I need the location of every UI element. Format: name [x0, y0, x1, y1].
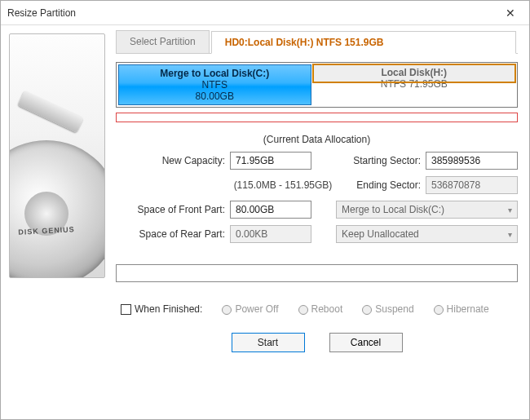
chevron-down-icon: ▾: [508, 206, 512, 214]
space-front-input[interactable]: [230, 201, 311, 219]
chevron-down-icon: ▾: [508, 230, 512, 239]
finish-option-suspend[interactable]: Suspend: [362, 303, 413, 315]
titlebar: Resize Partition ✕: [1, 1, 529, 25]
partition-sub: NTFS 71.95GB: [381, 78, 448, 90]
allocation-form: New Capacity: Starting Sector: (115.0MB …: [116, 152, 518, 243]
close-icon[interactable]: ✕: [498, 7, 523, 20]
dialog-buttons: Start Cancel: [116, 333, 518, 352]
partition-bar[interactable]: Merge to Local Disk(C:) NTFS 80.00GB Loc…: [116, 62, 518, 108]
tab-select-partition[interactable]: Select Partition: [116, 30, 210, 53]
space-rear-input: [230, 225, 311, 243]
start-button[interactable]: Start: [232, 333, 305, 352]
when-finished-checkbox[interactable]: When Finished:: [121, 303, 202, 315]
front-target-value: Merge to Local Disk(C:): [342, 204, 444, 215]
rear-target-value: Keep Unallocated: [342, 228, 419, 240]
finish-option-hibernate[interactable]: Hibernate: [434, 303, 489, 315]
rear-target-select[interactable]: Keep Unallocated ▾: [336, 225, 518, 243]
new-capacity-input[interactable]: [230, 152, 311, 170]
label-starting-sector: Starting Sector:: [336, 155, 426, 166]
tab-bar: Select Partition HD0:Local Disk(H:) NTFS…: [116, 30, 518, 54]
partition-block-merge-c[interactable]: Merge to Local Disk(C:) NTFS 80.00GB: [118, 64, 311, 105]
resize-slider[interactable]: [116, 113, 518, 122]
tab-current-partition[interactable]: HD0:Local Disk(H:) NTFS 151.9GB: [211, 31, 516, 54]
partition-size: 80.00GB: [196, 91, 234, 102]
progress-bar: [116, 264, 518, 282]
front-target-select[interactable]: Merge to Local Disk(C:) ▾: [336, 201, 518, 219]
label-new-capacity: New Capacity:: [116, 155, 230, 166]
partition-title: Local Disk(H:): [381, 67, 447, 78]
window-title: Resize Partition: [7, 7, 76, 19]
partition-title: Merge to Local Disk(C:): [160, 68, 269, 79]
partition-block-local-h[interactable]: Local Disk(H:) NTFS 71.95GB: [313, 64, 516, 82]
partition-fs: NTFS: [202, 79, 227, 91]
starting-sector-input[interactable]: [426, 152, 518, 170]
finish-option-reboot[interactable]: Reboot: [298, 303, 343, 315]
finish-option-poweroff[interactable]: Power Off: [222, 303, 278, 315]
cancel-button[interactable]: Cancel: [329, 333, 403, 352]
hard-drive-illustration: DISK GENIUS: [9, 33, 105, 278]
label-space-rear: Space of Rear Part:: [116, 228, 230, 240]
label-space-front: Space of Front Part:: [116, 204, 230, 215]
capacity-range-hint: (115.0MB - 151.95GB): [230, 179, 336, 191]
ending-sector-input: [426, 176, 518, 194]
label-ending-sector: Ending Sector:: [336, 179, 426, 191]
allocation-label: (Current Data Allocation): [116, 134, 518, 145]
when-finished-row: When Finished: Power Off Reboot Suspend …: [116, 303, 518, 315]
sidebar: DISK GENIUS: [1, 25, 111, 419]
